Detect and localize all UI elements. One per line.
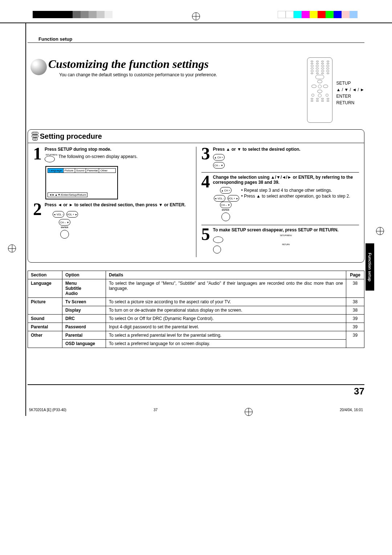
vol-plus-icon: VOL + ►: [228, 195, 239, 202]
vol-minus-icon: ◄ VOL –: [53, 211, 64, 218]
step-number-icon: 1: [33, 147, 43, 161]
remote-label-block: SETUP ▲ / ▼ / ◄ / ► ENTER RETURN: [336, 80, 364, 106]
page-title: Customizing the function settings: [48, 57, 301, 71]
step-2: 2 Press ◄ or ► to select the desired sec…: [33, 202, 191, 239]
footer-date: 20/4/04, 16:01: [340, 408, 363, 416]
table-row: Parental Password Input 4-digit password…: [28, 323, 364, 331]
disc-icons: DVD VCD CD: [32, 132, 38, 141]
registration-mark-icon: [8, 244, 16, 252]
procedure-title: Setting procedure: [40, 132, 102, 141]
step-4-title: Change the selection using ▲/▼/◄/► or EN…: [213, 175, 359, 185]
page-header: Function setup: [28, 36, 364, 43]
page-subtitle: You can change the default settings to c…: [59, 72, 301, 77]
table-row: Language Menu Subtitle Audio To select t…: [28, 279, 364, 298]
remote-setup-label: SETUP: [336, 80, 364, 86]
step-4-bullet1: • Repeat step 3 and 4 to change other se…: [241, 188, 359, 193]
page-number: 37: [28, 386, 364, 397]
osd-preview: Language Picture Sound Parental Other ◄►…: [45, 166, 118, 199]
step-1-title: Press SETUP during stop mode.: [45, 147, 191, 152]
registration-mark-icon: [192, 12, 200, 20]
remote-nav-label: ▲ / ▼ / ◄ / ►: [336, 86, 364, 93]
step-number-icon: 3: [201, 147, 212, 161]
procedure-panel: DVD VCD CD Setting procedure 1 Press SET…: [28, 129, 364, 263]
vol-minus-icon: ◄ VOL –: [214, 195, 225, 202]
step-number-icon: 2: [33, 202, 43, 216]
color-bars-left: [33, 11, 113, 18]
step-3-title: Press ▲ or ▼ to select the desired optio…: [213, 147, 359, 152]
table-row: OSD language To select a preferred langu…: [28, 340, 364, 348]
footer-page: 37: [154, 408, 158, 416]
step-4: 4 Change the selection using ▲/▼/◄/► or …: [201, 175, 359, 221]
enter-button-icon: [221, 212, 230, 221]
step-5-title: To make SETUP screen disappear, press SE…: [213, 227, 359, 232]
step-1-body: The following on-screen display appears.: [58, 154, 138, 159]
setup-button-icon: [213, 236, 223, 243]
page-number-block: 37: [28, 384, 364, 397]
step-3: 3 Press ▲ or ▼ to select the desired opt…: [201, 147, 359, 169]
footer-doc: 5K70201A [E] (P33-40): [29, 408, 66, 416]
settings-table: Section Option Details Page Language Men…: [28, 271, 364, 348]
step-number-icon: 4: [201, 175, 212, 189]
step-5: 5 To make SETUP screen disappear, press …: [201, 227, 359, 254]
th-details: Details: [106, 271, 346, 279]
remote-enter-label: ENTER: [336, 93, 364, 100]
step-1: 1 Press SETUP during stop mode. SETUP/ME…: [33, 147, 191, 162]
th-option: Option: [62, 271, 106, 279]
printer-marks: [0, 0, 392, 22]
header-section: Function setup: [38, 36, 72, 42]
thumb-tab-label: Function setup: [368, 253, 372, 281]
crop-line: [0, 23, 392, 23]
registration-mark-icon: [376, 227, 384, 235]
step-4-bullet2: • Press ▲ to select another operation, g…: [241, 194, 359, 199]
footer: 5K70201A [E] (P33-40) 37 20/4/04, 16:01: [28, 408, 364, 416]
step-number-icon: 5: [201, 227, 212, 241]
table-row: Sound DRC To select On or Off for DRC (D…: [28, 315, 364, 323]
table-row: Picture Tv Screen To select a picture si…: [28, 298, 364, 306]
crop-line: [25, 23, 26, 416]
remote-return-label: RETURN: [336, 100, 364, 106]
thumb-tab: Function setup: [366, 243, 374, 291]
setup-button-icon: [45, 156, 55, 162]
ch-minus-icon: CH – ▼: [213, 162, 225, 169]
ch-plus-icon: ▲ CH +: [220, 187, 232, 194]
step-2-title: Press ◄ or ► to select the desired secti…: [45, 202, 191, 207]
remote-control-icon: [307, 57, 332, 123]
color-bars-right: [278, 11, 358, 18]
ch-minus-icon: CH – ▼: [220, 202, 232, 208]
th-page: Page: [346, 271, 364, 279]
ch-minus-icon: CH – ▼: [59, 219, 70, 226]
table-row: Display To turn on or de-activate the op…: [28, 306, 364, 315]
sphere-bullet-icon: [30, 59, 47, 75]
enter-button-icon: [60, 230, 69, 239]
th-section: Section: [28, 271, 62, 279]
registration-mark-icon: [245, 408, 253, 416]
table-row: Other Parental To select a preferred par…: [28, 331, 364, 340]
return-button-icon: [213, 246, 221, 254]
ch-plus-icon: ▲ CH +: [213, 154, 225, 161]
vol-plus-icon: VOL + ►: [66, 211, 78, 218]
